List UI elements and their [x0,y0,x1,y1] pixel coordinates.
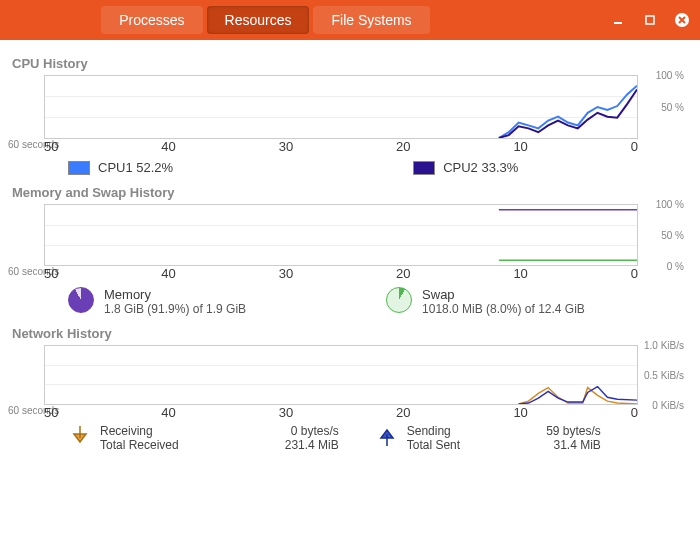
window-controls [610,12,690,28]
net-lines [45,346,637,404]
net-x-axis: 60 seconds 50403020100 [8,405,638,420]
mem-chart-wrap: 100 % 50 % 0 % [44,204,638,266]
cpu-chart-wrap: 100 % 50 % [44,75,638,139]
mem-legend: Memory1.8 GiB (91.9%) of 1.9 GiB Swap101… [68,287,688,316]
minimize-button[interactable] [610,12,626,28]
maximize-button[interactable] [642,12,658,28]
mem-lines [45,205,637,265]
tab-resources[interactable]: Resources [207,6,310,34]
memory-pie-item[interactable]: Memory1.8 GiB (91.9%) of 1.9 GiB [68,287,246,316]
mem-chart [44,204,638,266]
cpu-y-labels: 100 % 50 % [640,75,684,139]
mem-section-title: Memory and Swap History [12,185,688,200]
cpu-x-axis: 60 seconds 50403020100 [8,139,638,154]
net-send-item[interactable]: SendingTotal Sent [375,424,460,452]
tab-processes[interactable]: Processes [101,6,202,34]
svg-rect-1 [646,16,654,24]
swap-pie-item[interactable]: Swap1018.0 MiB (8.0%) of 12.4 GiB [386,287,585,316]
net-legend: ReceivingTotal Received 0 bytes/s231.4 M… [68,424,688,452]
cpu-lines [45,76,637,138]
cpu1-legend[interactable]: CPU1 52.2% [68,160,173,175]
cpu1-swatch [68,161,90,175]
close-button[interactable] [674,12,690,28]
cpu-section-title: CPU History [12,56,688,71]
net-recv-values: 0 bytes/s231.4 MiB [285,424,339,452]
cpu-legend: CPU1 52.2% CPU2 33.3% [68,160,688,175]
swap-pie-icon [386,287,412,313]
upload-arrow-icon [375,424,399,448]
content: CPU History 100 % 50 % 60 seconds 504030… [0,40,700,460]
titlebar: Processes Resources File Systems [0,0,700,40]
net-recv-item[interactable]: ReceivingTotal Received [68,424,179,452]
cpu2-swatch [413,161,435,175]
net-chart-wrap: 1.0 KiB/s 0.5 KiB/s 0 KiB/s [44,345,638,405]
download-arrow-icon [68,424,92,448]
mem-y-labels: 100 % 50 % 0 % [640,204,684,266]
memory-pie-icon [68,287,94,313]
mem-x-axis: 60 seconds 50403020100 [8,266,638,281]
cpu-chart [44,75,638,139]
net-send-values: 59 bytes/s31.4 MiB [546,424,601,452]
net-y-labels: 1.0 KiB/s 0.5 KiB/s 0 KiB/s [640,345,684,405]
net-section-title: Network History [12,326,688,341]
tab-filesystems[interactable]: File Systems [313,6,429,34]
cpu2-legend[interactable]: CPU2 33.3% [413,160,518,175]
tab-bar: Processes Resources File Systems [99,6,431,34]
net-chart [44,345,638,405]
